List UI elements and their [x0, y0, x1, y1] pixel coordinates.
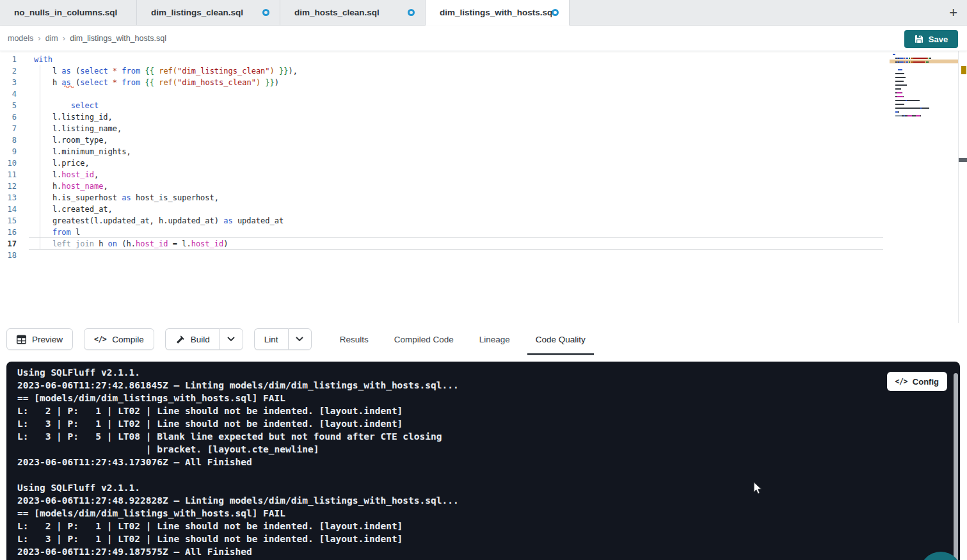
save-button[interactable]: Save	[904, 30, 958, 48]
code-line[interactable]: left join h on (h.host_id = l.host_id)	[0, 238, 883, 250]
compile-button[interactable]: </> Compile	[84, 328, 154, 350]
lint-split-button: Lint	[254, 328, 312, 350]
tab-label: dim_listings_clean.sql	[151, 8, 243, 17]
ide-screen: no_nulls_in_columns.sqldim_listings_clea…	[0, 0, 967, 560]
save-icon	[915, 35, 923, 44]
tab-label: dim_hosts_clean.sql	[294, 8, 380, 17]
breadcrumb-item[interactable]: dim	[45, 34, 58, 43]
minimap-line	[893, 115, 958, 116]
path-bar: models›dim›dim_listings_with_hosts.sql S…	[0, 26, 967, 51]
code-line[interactable]: l.price,	[0, 157, 883, 169]
config-button[interactable]: </> Config	[887, 372, 947, 391]
preview-button-label: Preview	[32, 335, 63, 344]
tab-strip: no_nulls_in_columns.sqldim_listings_clea…	[0, 0, 570, 25]
code-line[interactable]: l.host_id,	[0, 169, 883, 180]
build-dropdown-button[interactable]	[220, 328, 243, 350]
code-line[interactable]: l.created_at,	[0, 204, 883, 215]
lint-button-label: Lint	[264, 335, 278, 344]
result-tab-results[interactable]: Results	[339, 323, 370, 355]
code-line[interactable]: h as (select * from {{ ref("dim_hosts_cl…	[0, 77, 883, 88]
terminal-line: L: 3 | P: 1 | LT02 | Line should not be …	[17, 417, 938, 430]
minimap-line	[893, 119, 958, 120]
terminal-line: L: 2 | P: 1 | LT02 | Line should not be …	[17, 404, 938, 417]
code-line[interactable]: l.listing_name,	[0, 123, 883, 134]
build-split-button: Build	[165, 328, 243, 350]
minimap-line	[893, 69, 958, 70]
minimap-line	[893, 65, 958, 67]
minimap[interactable]	[890, 54, 958, 123]
breadcrumb: models›dim›dim_listings_with_hosts.sql	[8, 26, 166, 51]
terminal-line: == [models/dim/dim_listings_with_hosts.s…	[17, 507, 938, 520]
minimap-line	[893, 104, 958, 105]
tab-no_nulls_in_columns.sql[interactable]: no_nulls_in_columns.sql	[0, 0, 137, 25]
code-line[interactable]: l.room_type,	[0, 134, 883, 146]
minimap-line	[893, 92, 958, 93]
tab-bar: no_nulls_in_columns.sqldim_listings_clea…	[0, 0, 967, 26]
code-line[interactable]: h.host_name,	[0, 180, 883, 192]
code-line[interactable]	[0, 88, 883, 100]
terminal-line: == [models/dim/dim_listings_with_hosts.s…	[17, 392, 938, 404]
overview-ruler-warning-marker	[961, 66, 966, 74]
code-line[interactable]: select	[0, 100, 883, 111]
tab-dim_listings_with_hosts.sql[interactable]: dim_listings_with_hosts.sql	[426, 0, 570, 26]
minimap-line	[893, 96, 958, 97]
code-line[interactable]: greatest(l.updated_at, h.updated_at) as …	[0, 215, 883, 227]
build-button[interactable]: Build	[165, 328, 220, 350]
code-line[interactable]	[0, 250, 883, 261]
terminal-line: 2023-06-06T11:27:48.922828Z — Linting mo…	[17, 494, 938, 507]
code-line[interactable]: l.minimum_nights,	[0, 146, 883, 157]
terminal-line	[17, 468, 938, 481]
code-editor[interactable]: 123456789101112131415161718 with l as (s…	[0, 51, 967, 323]
lint-squiggle-icon	[64, 84, 74, 88]
breadcrumb-item[interactable]: models	[8, 34, 33, 43]
chevron-down-icon	[227, 337, 235, 342]
minimap-line	[893, 100, 958, 101]
code-line[interactable]: with	[0, 54, 883, 65]
minimap-line	[893, 88, 958, 90]
breadcrumb-item[interactable]: dim_listings_with_hosts.sql	[70, 34, 166, 43]
code-line[interactable]: l as (select * from {{ ref("dim_listings…	[0, 65, 883, 77]
result-tab-strip: ResultsCompiled CodeLineageCode Quality	[339, 323, 587, 355]
tab-dim_hosts_clean.sql[interactable]: dim_hosts_clean.sql	[280, 0, 426, 25]
hammer-icon	[175, 335, 185, 344]
terminal-scrollbar[interactable]	[954, 373, 958, 560]
minimap-line	[893, 77, 958, 78]
overview-ruler-cursor-marker	[959, 158, 967, 162]
code-line[interactable]: l.listing_id,	[0, 111, 883, 123]
minimap-line	[893, 111, 958, 113]
tab-label: dim_listings_with_hosts.sql	[440, 8, 552, 17]
code-brackets-icon: </>	[94, 335, 106, 344]
breadcrumb-separator: ›	[63, 33, 65, 43]
terminal-line: 2023-06-06T11:27:49.187575Z — All Finish…	[17, 545, 938, 558]
result-tab-lineage[interactable]: Lineage	[478, 323, 511, 355]
unsaved-dot-icon	[552, 9, 559, 16]
preview-button[interactable]: Preview	[6, 328, 73, 350]
unsaved-dot-icon	[408, 9, 415, 16]
code-line[interactable]: h.is_superhost as host_is_superhost,	[0, 192, 883, 204]
minimap-border	[958, 51, 959, 323]
terminal-line: 2023-06-06T11:27:43.173076Z — All Finish…	[17, 456, 938, 468]
terminal-line: 2023-06-06T11:27:42.861845Z — Linting mo…	[17, 379, 938, 392]
minimap-line	[893, 108, 958, 109]
result-tab-compiled-code[interactable]: Compiled Code	[393, 323, 455, 355]
result-tab-code-quality[interactable]: Code Quality	[534, 323, 587, 355]
breadcrumb-separator: ›	[38, 33, 40, 43]
code-area[interactable]: with l as (select * from {{ ref("dim_lis…	[0, 54, 883, 261]
minimap-line	[893, 54, 958, 55]
action-bar: Preview </> Compile Build	[0, 323, 967, 355]
terminal-panel: Using SQLFluff v2.1.1.2023-06-06T11:27:4…	[6, 362, 960, 560]
lint-dropdown-button[interactable]	[288, 328, 312, 350]
chevron-down-icon	[296, 337, 303, 342]
minimap-line	[893, 84, 958, 86]
tab-dim_listings_clean.sql[interactable]: dim_listings_clean.sql	[137, 0, 280, 25]
lint-button[interactable]: Lint	[254, 328, 288, 350]
unsaved-dot-icon	[262, 9, 269, 16]
terminal-line: Using SQLFluff v2.1.1.	[17, 481, 938, 494]
save-button-label: Save	[929, 35, 948, 44]
code-line[interactable]: from l	[0, 227, 883, 238]
minimap-line	[893, 73, 958, 74]
minimap-line	[893, 61, 958, 63]
new-tab-button[interactable]: +	[939, 6, 967, 20]
build-button-label: Build	[191, 335, 210, 344]
terminal-line: L: 2 | P: 1 | LT02 | Line should not be …	[17, 520, 938, 532]
